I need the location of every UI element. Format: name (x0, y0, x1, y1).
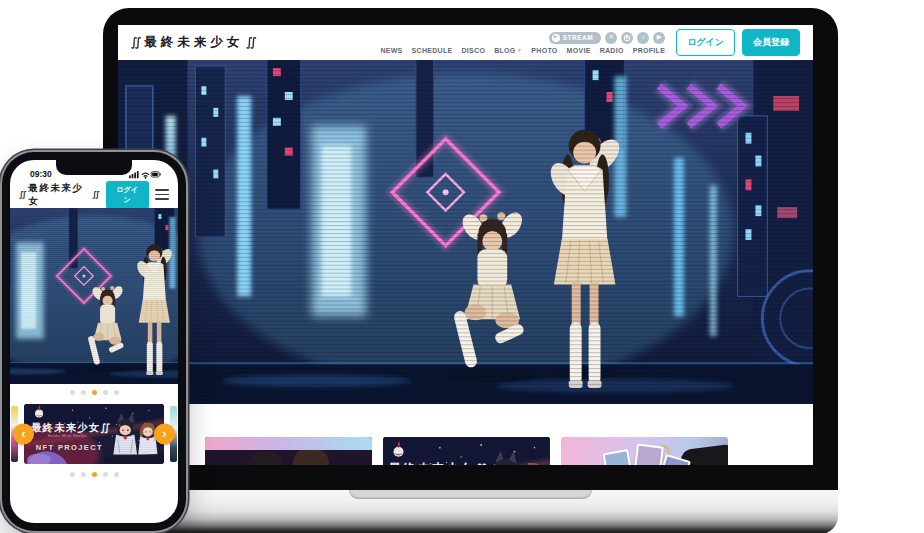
logo-text: 最終未来少女 (28, 182, 90, 208)
stream-social-row: ▶ STREAM ✕ ♪ ▶ (549, 32, 665, 44)
stream-label: STREAM (563, 34, 593, 41)
phone-hero-image (10, 208, 178, 384)
banner-carousel-dots (10, 466, 178, 483)
logo-deco-right: ∬ (246, 35, 256, 49)
auth-buttons: ログイン 会員登録 (676, 29, 800, 56)
nav-item-news[interactable]: NEWS (380, 47, 402, 54)
banner-gradient-strip (205, 437, 372, 450)
phone-notch (56, 160, 132, 175)
register-button[interactable]: 会員登録 (742, 29, 800, 56)
status-icons (129, 169, 161, 179)
phone-banner-nft-project[interactable] (24, 404, 164, 464)
logo-text: 最終未来少女 (144, 34, 243, 51)
laptop-screen: ∬ 最終未来少女 ∬ ▶ STREAM ✕ (118, 25, 813, 465)
carousel-dot[interactable] (114, 390, 119, 395)
signal-icon (129, 171, 139, 178)
status-time: 09:30 (30, 169, 52, 179)
carousel-dot[interactable] (70, 390, 75, 395)
instagram-icon[interactable] (621, 32, 633, 44)
logo-deco-left: ∬ (131, 35, 141, 49)
logo-deco-left: ∬ (19, 190, 26, 199)
polaroid-photo (602, 449, 633, 465)
banner-goods[interactable] (561, 437, 728, 465)
main-nav: NEWS SCHEDULE DISCO BLOG▼ PHOTO MOVIE RA… (380, 47, 665, 54)
carousel-dot-active[interactable] (92, 390, 97, 395)
laptop-base (103, 490, 838, 533)
site-header: ∬ 最終未来少女 ∬ ▶ STREAM ✕ (118, 25, 813, 60)
carousel-dot[interactable] (81, 472, 86, 477)
carousel-dot[interactable] (81, 390, 86, 395)
idol-head (247, 451, 283, 465)
header-right: ▶ STREAM ✕ ♪ ▶ NEWS SCHEDU (380, 29, 800, 56)
mockup-stage: ∬ 最終未来少女 ∬ ▶ STREAM ✕ (0, 0, 924, 533)
banner-carousel (205, 437, 728, 465)
nav-item-disco[interactable]: DISCO (461, 47, 485, 54)
chevron-right-icon: › (162, 427, 166, 440)
chevron-down-icon: ▼ (517, 47, 522, 53)
wifi-dot (145, 177, 147, 179)
menu-icon[interactable] (155, 189, 169, 200)
laptop-mockup: ∬ 最終未来少女 ∬ ▶ STREAM ✕ (103, 8, 838, 533)
site-logo[interactable]: ∬ 最終未来少女 ∬ (131, 34, 256, 51)
carousel-dot[interactable] (103, 472, 108, 477)
polaroid-photo (633, 443, 664, 465)
phone-site-header: ∬ 最終未来少女 ∬ ログイン (10, 181, 178, 208)
nav-item-profile[interactable]: PROFILE (633, 47, 665, 54)
nav-item-blog[interactable]: BLOG▼ (494, 47, 522, 54)
banner-nft-project[interactable] (383, 437, 550, 465)
phone-site-logo[interactable]: ∬ 最終未来少女 ∬ (19, 182, 100, 208)
hero-carousel-dots (10, 384, 178, 401)
wifi-icon (142, 173, 148, 176)
phone-mockup: 09:30 (2, 152, 186, 531)
login-button[interactable]: ログイン (676, 29, 735, 56)
carousel-dot[interactable] (103, 390, 108, 395)
next-button[interactable]: › (154, 424, 175, 445)
carousel-dot[interactable] (114, 472, 119, 477)
nav-item-radio[interactable]: RADIO (600, 47, 624, 54)
carousel-dot[interactable] (70, 472, 75, 477)
x-icon[interactable]: ✕ (605, 32, 617, 44)
logo-deco-right: ∬ (92, 190, 99, 199)
phone-login-button[interactable]: ログイン (106, 181, 149, 209)
laptop-trackpad-notch (349, 490, 592, 499)
banner-duo-visual[interactable] (205, 437, 372, 465)
nav-item-movie[interactable]: MOVIE (567, 47, 591, 54)
chevron-left-icon: ‹ (21, 427, 25, 440)
play-icon: ▶ (552, 34, 560, 42)
stream-button[interactable]: ▶ STREAM (549, 32, 601, 44)
carousel-dot-active[interactable] (92, 472, 97, 477)
phone-banner-carousel: ‹ › (10, 402, 178, 466)
nav-item-photo[interactable]: PHOTO (531, 47, 557, 54)
battery-icon (151, 172, 161, 177)
tiktok-icon[interactable]: ♪ (637, 32, 649, 44)
prev-button[interactable]: ‹ (13, 424, 34, 445)
nav-item-schedule[interactable]: SCHEDULE (412, 47, 453, 54)
instagram-glyph (624, 35, 630, 41)
hero-image (118, 60, 813, 404)
nav-column: ▶ STREAM ✕ ♪ ▶ NEWS SCHEDU (380, 32, 665, 54)
youtube-icon[interactable]: ▶ (653, 32, 665, 44)
phone-screen: 09:30 (10, 160, 178, 523)
